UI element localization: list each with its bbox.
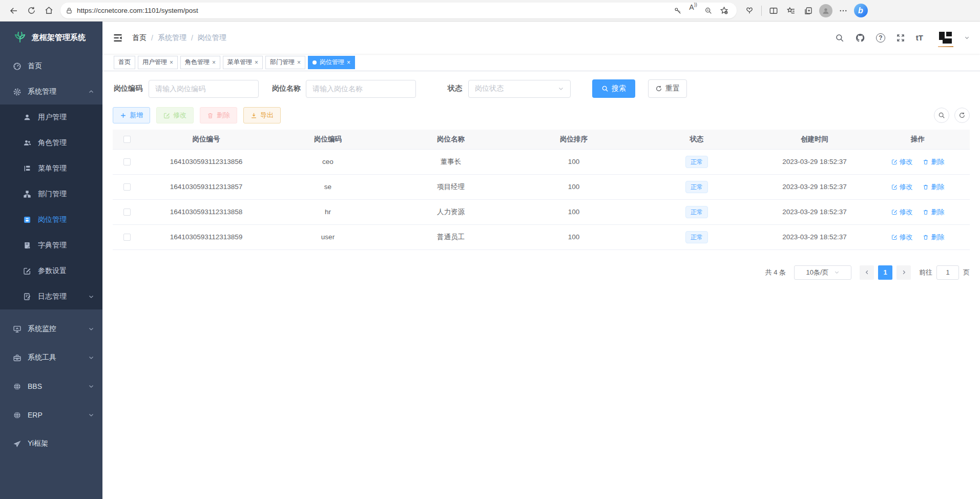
row-delete-link[interactable]: 删除: [923, 157, 944, 167]
prev-page-button[interactable]: [860, 265, 874, 280]
next-page-button[interactable]: [896, 265, 911, 280]
sidebar: 意框架管理系统 首页 系统管理 用户管理: [0, 22, 102, 499]
password-key-icon[interactable]: [670, 3, 685, 18]
row-checkbox[interactable]: [123, 158, 131, 165]
sidebar-item-role-mgmt[interactable]: 角色管理: [0, 130, 102, 156]
favorites-list-icon[interactable]: [782, 3, 800, 18]
user-avatar[interactable]: [938, 30, 953, 46]
sidebar-item-post-mgmt[interactable]: 岗位管理: [0, 207, 102, 233]
col-actions: 操作: [866, 130, 970, 149]
sidebar-item-erp[interactable]: ERP: [0, 401, 102, 429]
sidebar-item-log-mgmt[interactable]: 日志管理: [0, 284, 102, 309]
app-logo: 意框架管理系统: [0, 22, 102, 53]
row-checkbox[interactable]: [123, 209, 131, 216]
users-icon: [23, 139, 32, 147]
sidebar-item-yi-framework[interactable]: Yi框架: [0, 429, 102, 458]
row-edit-link[interactable]: 修改: [891, 157, 913, 167]
chevron-down-icon: [558, 86, 564, 92]
collections-icon[interactable]: [800, 3, 817, 18]
row-checkbox[interactable]: [123, 234, 131, 241]
browser-refresh-icon[interactable]: [23, 3, 40, 18]
app-navbar: 首页 / 系统管理 / 岗位管理 ? tT: [102, 22, 980, 54]
tab-home[interactable]: 首页: [114, 56, 135, 69]
row-delete-link[interactable]: 删除: [923, 233, 944, 242]
sidebar-item-system-monitor[interactable]: 系统监控: [0, 315, 102, 343]
post-code-input[interactable]: [149, 80, 259, 98]
row-edit-link[interactable]: 修改: [891, 207, 913, 217]
row-edit-link[interactable]: 修改: [891, 233, 913, 242]
header-search-icon[interactable]: [835, 33, 844, 43]
row-checkbox[interactable]: [123, 183, 131, 191]
status-select[interactable]: 岗位状态: [468, 80, 571, 98]
sidebar-item-dict-mgmt[interactable]: 字典管理: [0, 233, 102, 258]
close-icon[interactable]: ×: [170, 59, 173, 66]
browser-back-icon[interactable]: [5, 3, 23, 18]
search-button[interactable]: 搜索: [592, 79, 635, 98]
tab-dept-mgmt[interactable]: 部门管理 ×: [265, 56, 305, 69]
browser-essentials-icon[interactable]: [741, 3, 758, 18]
bing-chat-icon[interactable]: b: [852, 3, 869, 18]
tab-menu-mgmt[interactable]: 菜单管理 ×: [223, 56, 263, 69]
row-delete-link[interactable]: 删除: [923, 207, 944, 217]
pagination: 共 4 条 10条/页 1 前往 页: [113, 265, 970, 280]
row-delete-link[interactable]: 删除: [923, 182, 944, 192]
leaf-logo-icon: [13, 31, 27, 44]
status-label: 状态: [448, 84, 462, 93]
refresh-table-button[interactable]: [954, 108, 970, 123]
page-size-select[interactable]: 10条/页: [794, 265, 851, 280]
favorite-star-icon[interactable]: [716, 3, 732, 18]
fullscreen-icon[interactable]: [896, 33, 905, 43]
avatar-caret-icon[interactable]: [964, 35, 970, 40]
split-screen-icon[interactable]: [765, 3, 782, 18]
tab-post-mgmt[interactable]: 岗位管理 ×: [308, 56, 355, 69]
address-bar[interactable]: https://ccnetcore.com:1101/system/post A…: [60, 3, 737, 18]
sidebar-item-home[interactable]: 首页: [0, 53, 102, 79]
col-post-id: 岗位编号: [141, 130, 272, 149]
lock-icon: [66, 7, 73, 14]
read-aloud-icon[interactable]: A)): [685, 3, 701, 18]
add-button[interactable]: 新增: [113, 107, 150, 123]
sidebar-item-system-mgmt[interactable]: 系统管理: [0, 79, 102, 105]
sidebar-fold-icon[interactable]: [113, 33, 123, 43]
show-search-toggle-button[interactable]: [934, 108, 949, 123]
sidebar-item-system-tools[interactable]: 系统工具: [0, 343, 102, 372]
profile-avatar-icon[interactable]: [817, 3, 835, 18]
edit-button[interactable]: 修改: [156, 107, 194, 123]
goto-page-input[interactable]: [936, 265, 959, 280]
close-icon[interactable]: ×: [212, 59, 216, 66]
post-name-input[interactable]: [306, 80, 416, 98]
tab-user-mgmt[interactable]: 用户管理 ×: [138, 56, 178, 69]
close-icon[interactable]: ×: [347, 59, 350, 66]
browser-toolbar: https://ccnetcore.com:1101/system/post A…: [0, 0, 980, 22]
table-row: 1641030593112313856 ceo 董事长 100 正常 2023-…: [113, 149, 970, 174]
status-badge: 正常: [685, 181, 708, 193]
browser-menu-icon[interactable]: [835, 3, 852, 18]
help-icon[interactable]: ?: [876, 33, 885, 43]
export-button[interactable]: 导出: [243, 107, 281, 123]
text-size-icon[interactable]: tT: [916, 33, 923, 42]
sidebar-item-dept-mgmt[interactable]: 部门管理: [0, 181, 102, 207]
delete-button[interactable]: 删除: [200, 107, 237, 123]
close-icon[interactable]: ×: [297, 59, 301, 66]
chevron-up-icon: [88, 89, 94, 95]
browser-home-icon[interactable]: [40, 3, 57, 18]
github-icon[interactable]: [855, 33, 865, 43]
sidebar-item-param-settings[interactable]: 参数设置: [0, 258, 102, 284]
row-edit-link[interactable]: 修改: [891, 182, 913, 192]
url-text[interactable]: https://ccnetcore.com:1101/system/post: [77, 7, 670, 14]
sidebar-item-user-mgmt[interactable]: 用户管理: [0, 105, 102, 130]
sidebar-item-menu-mgmt[interactable]: 菜单管理: [0, 156, 102, 181]
close-icon[interactable]: ×: [255, 59, 258, 66]
breadcrumb-system: 系统管理: [158, 33, 186, 43]
sidebar-item-bbs[interactable]: BBS: [0, 372, 102, 401]
breadcrumb-home[interactable]: 首页: [132, 33, 147, 43]
book-icon: [23, 241, 32, 249]
page-number-button[interactable]: 1: [878, 265, 892, 280]
pagination-total: 共 4 条: [765, 268, 786, 277]
post-table: 岗位编号 岗位编码 岗位名称 岗位排序 状态 创建时间 操作 164103059…: [113, 130, 970, 250]
reset-button[interactable]: 重置: [648, 79, 687, 98]
select-all-checkbox[interactable]: [123, 136, 131, 143]
post-badge-icon: [23, 216, 32, 224]
zoom-out-icon[interactable]: [701, 3, 716, 18]
tab-role-mgmt[interactable]: 角色管理 ×: [180, 56, 220, 69]
